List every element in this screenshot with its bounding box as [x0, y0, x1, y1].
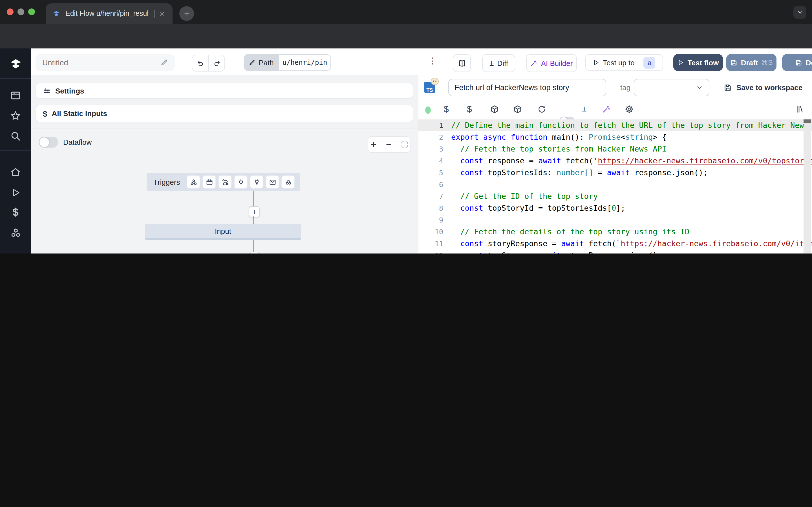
plus-minus-icon: ±	[490, 59, 494, 68]
input-node[interactable]: Input	[145, 224, 301, 240]
draft-button[interactable]: Draft ⌘S	[726, 54, 776, 71]
variable-picker-icon[interactable]: $	[444, 104, 449, 114]
code-line[interactable]: 3 // Fetch the top stories from Hacker N…	[418, 143, 812, 155]
input-node-label: Input	[215, 227, 231, 235]
sidebar-item-search[interactable]	[0, 127, 31, 144]
sidebar-item-apps[interactable]	[0, 87, 31, 104]
flow-name-button[interactable]: Untitled	[36, 54, 175, 71]
zoom-in-icon[interactable]	[370, 141, 377, 148]
triggers-label: Triggers	[153, 178, 180, 186]
path-button[interactable]: Path	[244, 54, 278, 71]
undo-icon	[197, 59, 204, 67]
test-up-to-label: Test up to	[603, 58, 635, 67]
code-line[interactable]: 10 // Fetch the details of the top story…	[418, 226, 812, 238]
save-to-workspace-button[interactable]: Save to workspace	[723, 79, 802, 96]
dataflow-toggle[interactable]	[39, 137, 58, 148]
triggers-node[interactable]: Triggers	[147, 173, 300, 191]
path-label: Path	[259, 58, 274, 67]
email-trigger-icon[interactable]	[266, 175, 279, 189]
test-flow-button[interactable]: Test flow	[673, 54, 723, 71]
diff-button[interactable]: ± Diff	[482, 54, 515, 72]
code-line[interactable]: 4 const response = await fetch('https://…	[418, 155, 812, 167]
flow-settings-button[interactable]: Settings	[36, 83, 413, 99]
step-editor-panel: TS tag Save to workspace $ $ ± 1// Defin…	[418, 75, 812, 253]
line-number: 11	[418, 238, 451, 249]
kafka-trigger-icon[interactable]	[250, 175, 263, 189]
package-alt-icon[interactable]	[513, 105, 522, 114]
insert-step-button[interactable]	[249, 252, 260, 253]
diff-plus-minus-icon[interactable]: ±	[582, 104, 587, 114]
code-editor[interactable]: 1// Define the main function to fetch th…	[418, 119, 812, 253]
code-line[interactable]: 11 const storyResponse = await fetch(`ht…	[418, 238, 812, 249]
new-tab-button[interactable]	[179, 6, 194, 21]
dollar-icon: $	[12, 206, 18, 219]
home-icon	[10, 166, 21, 177]
webhook-trigger-icon[interactable]	[187, 175, 200, 189]
test-up-to-button[interactable]: Test up to a	[585, 54, 663, 71]
poll-trigger-icon[interactable]	[282, 175, 295, 189]
docs-button[interactable]	[453, 54, 471, 72]
fit-view-icon[interactable]	[401, 141, 408, 148]
dataflow-label: Dataflow	[63, 138, 92, 147]
save-icon	[723, 83, 732, 92]
deploy-label: Deploy	[806, 58, 812, 67]
typescript-bun-icon: TS	[424, 82, 435, 93]
sidebar-item-resources[interactable]	[0, 225, 31, 242]
resource-picker-icon[interactable]: $	[467, 104, 472, 114]
flow-name: Untitled	[42, 58, 68, 67]
code-line[interactable]: 7 // Get the ID of the top story	[418, 190, 812, 202]
gear-icon[interactable]	[625, 105, 634, 114]
line-number: 7	[418, 190, 451, 202]
path-value[interactable]: u/henri/pin	[278, 54, 331, 71]
sidebar-item-home[interactable]	[0, 163, 31, 180]
code-line[interactable]: 5 const topStoriesIds: number[] = await …	[418, 167, 812, 179]
schedule-trigger-icon[interactable]	[202, 175, 216, 189]
draft-shortcut: ⌘S	[761, 59, 772, 66]
close-window-button[interactable]	[7, 8, 13, 15]
line-number: 9	[418, 214, 451, 226]
code-line[interactable]: 9	[418, 214, 812, 226]
route-trigger-icon[interactable]	[218, 175, 232, 189]
path-control[interactable]: Path u/henri/pin	[244, 54, 331, 71]
zoom-window-button[interactable]	[28, 8, 35, 15]
ai-builder-button[interactable]: AI Builder	[526, 54, 577, 72]
play-outline-icon	[593, 59, 599, 66]
undo-redo-group	[192, 55, 225, 71]
undo-button[interactable]	[192, 55, 209, 71]
more-options-button[interactable]: ⋮	[428, 56, 437, 66]
windmill-logo[interactable]	[0, 55, 31, 72]
tab-search-chevron-button[interactable]	[794, 6, 806, 18]
code-line[interactable]: 8 const topStoryId = topStoriesIds[0];	[418, 202, 812, 214]
browser-tab[interactable]: Edit Flow u/henri/pin_results |	[46, 3, 172, 24]
sidebar-item-variables[interactable]: $	[0, 204, 31, 221]
code-line[interactable]: 6	[418, 179, 812, 190]
draft-label: Draft	[741, 58, 758, 67]
library-icon[interactable]	[795, 105, 804, 114]
minimize-window-button[interactable]	[17, 8, 24, 15]
all-static-inputs-button[interactable]: $ All Static Inputs	[36, 105, 413, 122]
websocket-trigger-icon[interactable]	[234, 175, 248, 189]
insert-step-button[interactable]	[249, 206, 260, 217]
sidebar-item-runs[interactable]	[0, 184, 31, 201]
code-line[interactable]: 2export async function main(): Promise<s…	[418, 131, 812, 143]
ai-wand-icon[interactable]	[602, 105, 611, 114]
tab-close-icon[interactable]	[159, 10, 165, 17]
plus-icon	[183, 10, 190, 17]
screen: Edit Flow u/henri/pin_results | app.wind…	[0, 0, 812, 253]
tag-select[interactable]	[634, 79, 709, 96]
package-icon[interactable]	[490, 105, 499, 114]
code-line[interactable]: 1// Define the main function to fetch th…	[418, 119, 812, 131]
reset-icon[interactable]	[538, 105, 546, 114]
code-line[interactable]: 12 const topStory = await storyResponse.…	[418, 249, 812, 253]
line-number: 2	[418, 131, 451, 143]
line-number: 6	[418, 179, 451, 190]
flow-toolbar: Untitled Path u/henri/pin ⋮ ± Diff AI Bu…	[31, 48, 812, 75]
search-icon	[10, 130, 21, 141]
sidebar-item-favorites[interactable]	[0, 107, 31, 124]
vertical-scrollbar[interactable]	[804, 119, 811, 253]
redo-button[interactable]	[209, 55, 224, 71]
deploy-button[interactable]: Deploy	[782, 54, 812, 71]
step-name-input[interactable]	[448, 79, 606, 96]
browser-tabstrip: Edit Flow u/henri/pin_results |	[0, 0, 812, 24]
zoom-out-icon[interactable]	[386, 141, 393, 148]
